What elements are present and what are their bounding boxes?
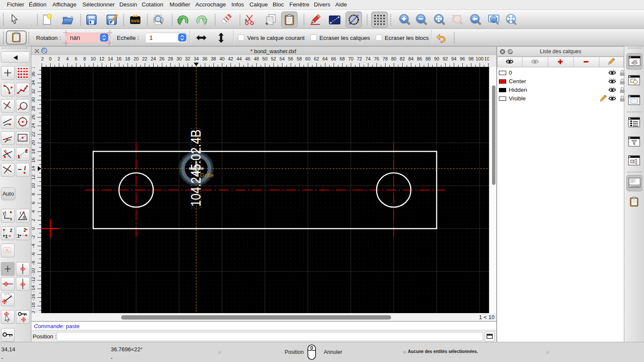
svg-text:100: 100 xyxy=(476,56,483,61)
svg-text:46: 46 xyxy=(245,56,250,61)
svg-text:78: 78 xyxy=(383,56,388,61)
svg-text:14: 14 xyxy=(108,56,113,61)
svg-text:2: 2 xyxy=(58,56,60,61)
svg-text:44: 44 xyxy=(237,56,242,61)
svg-text:-6: -6 xyxy=(32,252,36,256)
svg-text:64: 64 xyxy=(322,56,328,61)
svg-text:6: 6 xyxy=(75,56,77,61)
svg-text:r: r xyxy=(20,211,21,215)
svg-text:20: 20 xyxy=(134,56,139,61)
svg-text:14: 14 xyxy=(32,166,36,171)
svg-text:72: 72 xyxy=(357,56,362,61)
svg-text:2: 2 xyxy=(10,228,12,233)
svg-text:-18: -18 xyxy=(32,302,36,309)
svg-text:4: 4 xyxy=(66,56,69,61)
svg-text:42: 42 xyxy=(228,56,233,61)
svg-text:104.245.02.4B: 104.245.02.4B xyxy=(188,130,204,207)
svg-text:94: 94 xyxy=(451,56,456,61)
svg-text:22: 22 xyxy=(142,56,147,61)
svg-text:22: 22 xyxy=(32,132,36,137)
svg-text:2: 2 xyxy=(32,219,36,221)
svg-text:8: 8 xyxy=(32,193,36,196)
svg-text:56: 56 xyxy=(288,56,293,61)
svg-text:24: 24 xyxy=(151,56,156,61)
svg-text:20: 20 xyxy=(32,140,36,145)
svg-text:10: 10 xyxy=(91,56,96,61)
svg-text:92: 92 xyxy=(443,56,448,61)
svg-text:38: 38 xyxy=(32,67,36,68)
svg-text:26: 26 xyxy=(32,115,36,120)
svg-text:-16: -16 xyxy=(32,294,36,301)
svg-text:52: 52 xyxy=(271,56,276,61)
svg-text:4: 4 xyxy=(32,210,36,213)
svg-text:66: 66 xyxy=(331,56,336,61)
svg-text:96: 96 xyxy=(460,56,465,61)
svg-text:y|: y| xyxy=(3,210,6,215)
svg-text:28: 28 xyxy=(32,106,36,111)
svg-text:34: 34 xyxy=(194,56,199,61)
svg-text:6: 6 xyxy=(32,202,36,204)
svg-text:60: 60 xyxy=(305,56,310,61)
svg-text:84: 84 xyxy=(408,56,413,61)
svg-text:90: 90 xyxy=(434,56,439,61)
svg-text:30: 30 xyxy=(32,97,36,103)
svg-text:-14: -14 xyxy=(32,285,36,292)
svg-text:82: 82 xyxy=(400,56,405,61)
svg-text:-4: -4 xyxy=(32,244,36,248)
svg-text:2: 2 xyxy=(24,228,26,232)
svg-text:76: 76 xyxy=(374,56,379,61)
svg-text:32: 32 xyxy=(185,56,190,61)
svg-text:48: 48 xyxy=(254,56,259,61)
svg-text:1: 1 xyxy=(5,234,8,239)
svg-text:36: 36 xyxy=(32,72,36,77)
svg-text:88: 88 xyxy=(425,56,431,61)
svg-text:36: 36 xyxy=(202,56,207,61)
svg-text:40: 40 xyxy=(219,56,225,61)
svg-text:28: 28 xyxy=(168,56,173,61)
svg-text:58: 58 xyxy=(297,56,302,61)
svg-text:26: 26 xyxy=(159,56,164,61)
svg-text:-12: -12 xyxy=(32,277,36,284)
svg-text:34: 34 xyxy=(32,80,36,85)
svg-text:70: 70 xyxy=(348,56,353,61)
svg-text:18: 18 xyxy=(32,149,36,154)
svg-text:1: 1 xyxy=(17,234,20,238)
svg-text:32: 32 xyxy=(32,89,36,94)
svg-text:80: 80 xyxy=(391,56,396,61)
svg-text:74: 74 xyxy=(365,56,371,61)
svg-text:68: 68 xyxy=(340,56,345,61)
svg-text:30: 30 xyxy=(176,56,182,61)
svg-text:-10: -10 xyxy=(32,268,36,275)
svg-text:24: 24 xyxy=(32,123,36,128)
svg-text:command: command xyxy=(631,185,639,187)
svg-text:-2: -2 xyxy=(41,56,44,61)
svg-text:0: 0 xyxy=(32,227,36,230)
svg-text:86: 86 xyxy=(417,56,422,61)
svg-text:16: 16 xyxy=(116,56,122,61)
svg-text:8: 8 xyxy=(83,56,86,61)
svg-text:16: 16 xyxy=(32,157,36,163)
svg-text:-8: -8 xyxy=(32,261,36,265)
svg-text:18: 18 xyxy=(125,56,130,61)
svg-text:a: a xyxy=(23,215,25,220)
svg-text:12: 12 xyxy=(32,175,36,180)
svg-text:0: 0 xyxy=(49,56,52,61)
svg-text:-2: -2 xyxy=(32,235,36,239)
svg-text:10: 10 xyxy=(32,183,36,188)
svg-text:98: 98 xyxy=(468,56,474,61)
svg-text:50: 50 xyxy=(262,56,267,61)
svg-text:12: 12 xyxy=(99,56,104,61)
svg-text:x: x xyxy=(10,216,12,221)
svg-text:54: 54 xyxy=(279,56,285,61)
svg-text:102: 102 xyxy=(484,56,489,61)
svg-text:38: 38 xyxy=(211,56,216,61)
svg-text:SVG: SVG xyxy=(131,18,140,23)
svg-text:62: 62 xyxy=(314,56,319,61)
